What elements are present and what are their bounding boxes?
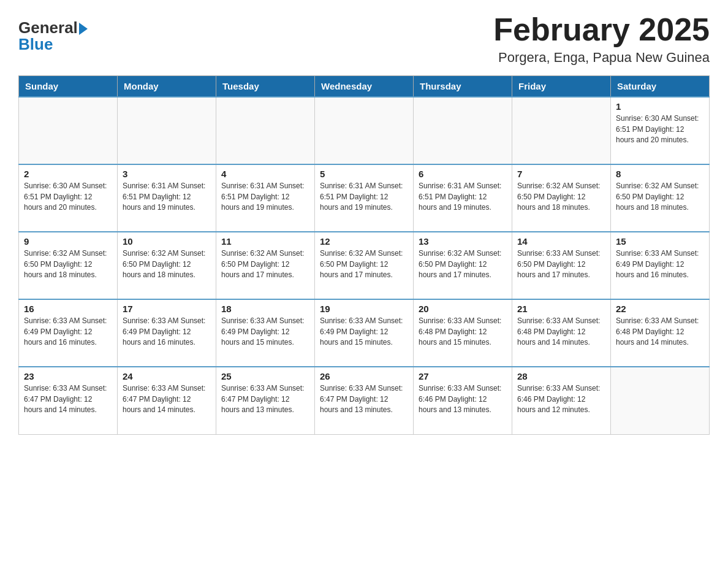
calendar-cell: 20Sunrise: 6:33 AM Sunset: 6:48 PM Dayli… xyxy=(414,299,512,367)
day-info: Sunrise: 6:33 AM Sunset: 6:47 PM Dayligh… xyxy=(221,383,309,415)
day-info: Sunrise: 6:33 AM Sunset: 6:48 PM Dayligh… xyxy=(616,316,704,348)
day-info: Sunrise: 6:30 AM Sunset: 6:51 PM Dayligh… xyxy=(616,113,704,145)
calendar-header-wednesday: Wednesday xyxy=(315,76,414,98)
day-number: 8 xyxy=(616,169,704,179)
day-number: 28 xyxy=(517,371,605,381)
calendar-cell: 27Sunrise: 6:33 AM Sunset: 6:46 PM Dayli… xyxy=(414,367,512,434)
day-number: 17 xyxy=(123,304,211,314)
month-title: February 2025 xyxy=(493,12,710,47)
day-number: 16 xyxy=(24,304,112,314)
calendar-cell: 22Sunrise: 6:33 AM Sunset: 6:48 PM Dayli… xyxy=(611,299,710,367)
day-number: 20 xyxy=(419,304,507,314)
day-info: Sunrise: 6:33 AM Sunset: 6:47 PM Dayligh… xyxy=(24,383,112,415)
day-info: Sunrise: 6:33 AM Sunset: 6:46 PM Dayligh… xyxy=(517,383,605,415)
calendar-cell: 7Sunrise: 6:32 AM Sunset: 6:50 PM Daylig… xyxy=(512,164,611,232)
calendar-cell: 3Sunrise: 6:31 AM Sunset: 6:51 PM Daylig… xyxy=(118,164,216,232)
day-number: 6 xyxy=(419,169,507,179)
day-number: 15 xyxy=(616,236,704,247)
logo-blue-text: Blue xyxy=(18,35,53,54)
calendar-cell: 16Sunrise: 6:33 AM Sunset: 6:49 PM Dayli… xyxy=(19,299,118,367)
calendar-cell: 4Sunrise: 6:31 AM Sunset: 6:51 PM Daylig… xyxy=(216,164,315,232)
day-info: Sunrise: 6:31 AM Sunset: 6:51 PM Dayligh… xyxy=(221,181,309,213)
calendar-header-thursday: Thursday xyxy=(414,76,512,98)
calendar-cell: 8Sunrise: 6:32 AM Sunset: 6:50 PM Daylig… xyxy=(611,164,710,232)
calendar-cell: 2Sunrise: 6:30 AM Sunset: 6:51 PM Daylig… xyxy=(19,164,118,232)
day-number: 13 xyxy=(419,236,507,247)
calendar-cell: 15Sunrise: 6:33 AM Sunset: 6:49 PM Dayli… xyxy=(611,232,710,299)
day-number: 21 xyxy=(517,304,605,314)
day-info: Sunrise: 6:32 AM Sunset: 6:50 PM Dayligh… xyxy=(419,248,507,280)
day-number: 24 xyxy=(123,371,211,381)
day-number: 2 xyxy=(24,169,112,179)
calendar-header-row: SundayMondayTuesdayWednesdayThursdayFrid… xyxy=(19,76,710,98)
day-number: 3 xyxy=(123,169,211,179)
calendar-cell: 13Sunrise: 6:32 AM Sunset: 6:50 PM Dayli… xyxy=(414,232,512,299)
day-info: Sunrise: 6:33 AM Sunset: 6:50 PM Dayligh… xyxy=(517,248,605,280)
logo: General Blue xyxy=(18,18,88,54)
day-info: Sunrise: 6:32 AM Sunset: 6:50 PM Dayligh… xyxy=(320,248,408,280)
calendar-cell: 9Sunrise: 6:32 AM Sunset: 6:50 PM Daylig… xyxy=(19,232,118,299)
day-info: Sunrise: 6:33 AM Sunset: 6:47 PM Dayligh… xyxy=(123,383,211,415)
calendar-header-tuesday: Tuesday xyxy=(216,76,315,98)
calendar-cell: 24Sunrise: 6:33 AM Sunset: 6:47 PM Dayli… xyxy=(118,367,216,434)
day-info: Sunrise: 6:31 AM Sunset: 6:51 PM Dayligh… xyxy=(419,181,507,213)
day-info: Sunrise: 6:32 AM Sunset: 6:50 PM Dayligh… xyxy=(221,248,309,280)
calendar-cell: 23Sunrise: 6:33 AM Sunset: 6:47 PM Dayli… xyxy=(19,367,118,434)
calendar-table: SundayMondayTuesdayWednesdayThursdayFrid… xyxy=(18,75,710,435)
day-info: Sunrise: 6:33 AM Sunset: 6:49 PM Dayligh… xyxy=(221,316,309,348)
calendar-cell: 14Sunrise: 6:33 AM Sunset: 6:50 PM Dayli… xyxy=(512,232,611,299)
day-info: Sunrise: 6:30 AM Sunset: 6:51 PM Dayligh… xyxy=(24,181,112,213)
calendar-cell: 19Sunrise: 6:33 AM Sunset: 6:49 PM Dayli… xyxy=(315,299,414,367)
calendar-cell xyxy=(19,97,118,164)
day-info: Sunrise: 6:33 AM Sunset: 6:49 PM Dayligh… xyxy=(24,316,112,348)
calendar-cell: 6Sunrise: 6:31 AM Sunset: 6:51 PM Daylig… xyxy=(414,164,512,232)
calendar-header-saturday: Saturday xyxy=(611,76,710,98)
day-info: Sunrise: 6:32 AM Sunset: 6:50 PM Dayligh… xyxy=(616,181,704,213)
day-info: Sunrise: 6:33 AM Sunset: 6:49 PM Dayligh… xyxy=(616,248,704,280)
calendar-cell: 26Sunrise: 6:33 AM Sunset: 6:47 PM Dayli… xyxy=(315,367,414,434)
calendar-cell: 10Sunrise: 6:32 AM Sunset: 6:50 PM Dayli… xyxy=(118,232,216,299)
logo-arrow-icon xyxy=(79,23,88,35)
calendar-cell: 5Sunrise: 6:31 AM Sunset: 6:51 PM Daylig… xyxy=(315,164,414,232)
day-info: Sunrise: 6:32 AM Sunset: 6:50 PM Dayligh… xyxy=(24,248,112,280)
day-number: 27 xyxy=(419,371,507,381)
day-number: 14 xyxy=(517,236,605,247)
day-number: 5 xyxy=(320,169,408,179)
calendar-header-sunday: Sunday xyxy=(19,76,118,98)
day-info: Sunrise: 6:31 AM Sunset: 6:51 PM Dayligh… xyxy=(123,181,211,213)
calendar-cell: 21Sunrise: 6:33 AM Sunset: 6:48 PM Dayli… xyxy=(512,299,611,367)
calendar-cell: 17Sunrise: 6:33 AM Sunset: 6:49 PM Dayli… xyxy=(118,299,216,367)
day-info: Sunrise: 6:31 AM Sunset: 6:51 PM Dayligh… xyxy=(320,181,408,213)
day-number: 9 xyxy=(24,236,112,247)
calendar-cell: 1Sunrise: 6:30 AM Sunset: 6:51 PM Daylig… xyxy=(611,97,710,164)
day-number: 7 xyxy=(517,169,605,179)
page-header: General Blue February 2025 Porgera, Enga… xyxy=(18,12,710,66)
calendar-cell xyxy=(611,367,710,434)
calendar-header-friday: Friday xyxy=(512,76,611,98)
day-number: 25 xyxy=(221,371,309,381)
day-info: Sunrise: 6:33 AM Sunset: 6:47 PM Dayligh… xyxy=(320,383,408,415)
calendar-cell: 18Sunrise: 6:33 AM Sunset: 6:49 PM Dayli… xyxy=(216,299,315,367)
day-number: 11 xyxy=(221,236,309,247)
calendar-cell: 28Sunrise: 6:33 AM Sunset: 6:46 PM Dayli… xyxy=(512,367,611,434)
location-title: Porgera, Enga, Papua New Guinea xyxy=(493,50,710,66)
calendar-week-row-1: 1Sunrise: 6:30 AM Sunset: 6:51 PM Daylig… xyxy=(19,97,710,164)
day-number: 22 xyxy=(616,304,704,314)
calendar-cell xyxy=(118,97,216,164)
calendar-week-row-3: 9Sunrise: 6:32 AM Sunset: 6:50 PM Daylig… xyxy=(19,232,710,299)
calendar-cell: 25Sunrise: 6:33 AM Sunset: 6:47 PM Dayli… xyxy=(216,367,315,434)
calendar-week-row-4: 16Sunrise: 6:33 AM Sunset: 6:49 PM Dayli… xyxy=(19,299,710,367)
title-block: February 2025 Porgera, Enga, Papua New G… xyxy=(493,12,710,66)
day-info: Sunrise: 6:33 AM Sunset: 6:48 PM Dayligh… xyxy=(419,316,507,348)
day-info: Sunrise: 6:33 AM Sunset: 6:48 PM Dayligh… xyxy=(517,316,605,348)
calendar-cell xyxy=(315,97,414,164)
calendar-cell xyxy=(512,97,611,164)
day-number: 4 xyxy=(221,169,309,179)
calendar-cell: 11Sunrise: 6:32 AM Sunset: 6:50 PM Dayli… xyxy=(216,232,315,299)
day-info: Sunrise: 6:33 AM Sunset: 6:49 PM Dayligh… xyxy=(320,316,408,348)
calendar-cell xyxy=(216,97,315,164)
day-info: Sunrise: 6:32 AM Sunset: 6:50 PM Dayligh… xyxy=(517,181,605,213)
day-info: Sunrise: 6:33 AM Sunset: 6:49 PM Dayligh… xyxy=(123,316,211,348)
calendar-cell: 12Sunrise: 6:32 AM Sunset: 6:50 PM Dayli… xyxy=(315,232,414,299)
calendar-week-row-2: 2Sunrise: 6:30 AM Sunset: 6:51 PM Daylig… xyxy=(19,164,710,232)
